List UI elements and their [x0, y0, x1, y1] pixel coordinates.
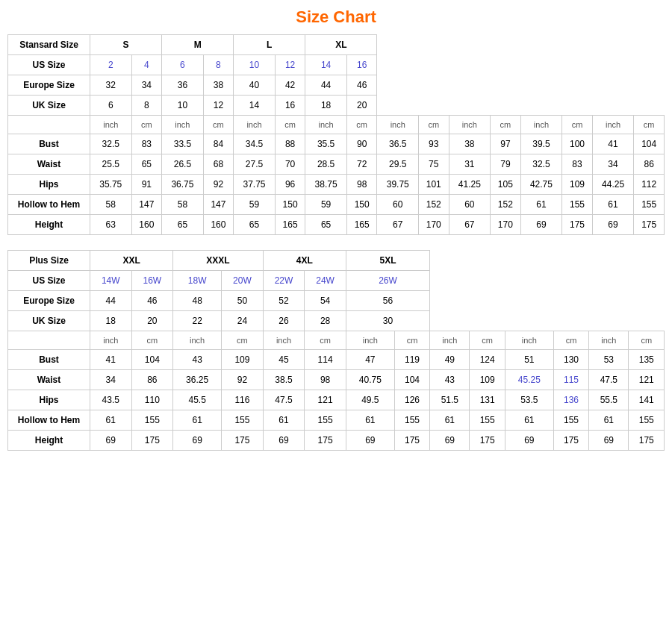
plus-us-14w: 14W [90, 271, 132, 291]
uk-10: 10 [162, 96, 204, 116]
unit-cm-2: cm [203, 116, 234, 134]
plus-waist-row: Waist 34 86 36.25 92 38.5 98 40.75 104 4… [8, 370, 665, 390]
plus-units-row: inch cm inch cm inch cm inch cm inch cm … [8, 331, 665, 350]
page-title: Size Chart [7, 7, 665, 27]
plus-hollow-to-hem-row: Hollow to Hem 61 155 61 155 61 155 61 15… [8, 410, 665, 431]
hips-label: Hips [8, 175, 90, 195]
us-14: 14 [305, 55, 347, 75]
m-header: M [162, 35, 234, 55]
unit-cm-1: cm [131, 116, 162, 134]
eu-36: 36 [162, 75, 204, 96]
unit-inch-6: inch [449, 116, 491, 134]
l-header: L [234, 35, 305, 55]
hollow-to-hem-label: Hollow to Hem [8, 195, 90, 215]
eu-32: 32 [90, 75, 132, 96]
hollow-to-hem-row: Hollow to Hem 58 147 58 147 59 150 59 15… [8, 195, 665, 215]
waist-label: Waist [8, 154, 90, 175]
us-6: 6 [162, 55, 204, 75]
s-header: S [90, 35, 162, 55]
us-size-label: US Size [8, 55, 90, 75]
standard-table: Stansard Size S M L XL US Size 2 4 6 8 1… [7, 34, 665, 235]
us-12: 12 [275, 55, 305, 75]
plus-size-chart: Plus Size XXL XXXL 4XL 5XL US Size 14W 1… [7, 250, 665, 451]
plus-us-24w: 24W [305, 271, 346, 291]
unit-inch-7: inch [520, 116, 562, 134]
plus-hips-row: Hips 43.5 110 45.5 116 47.5 121 49.5 126… [8, 390, 665, 410]
uk-16: 16 [275, 96, 305, 116]
plus-waist-label: Waist [8, 370, 90, 390]
uk-size-label: UK Size [8, 96, 90, 116]
5xl-header: 5XL [346, 251, 429, 271]
unit-cm-4: cm [346, 116, 377, 134]
us-4: 4 [131, 55, 162, 75]
eu-34: 34 [131, 75, 162, 96]
unit-inch-2: inch [162, 116, 204, 134]
units-empty [8, 116, 90, 134]
bust-row: Bust 32.5 83 33.5 84 34.5 88 35.5 90 36.… [8, 134, 665, 154]
unit-cm-3: cm [275, 116, 305, 134]
unit-inch-4: inch [305, 116, 347, 134]
europe-size-label: Europe Size [8, 75, 90, 96]
uk-12: 12 [203, 96, 234, 116]
plus-bust-label: Bust [8, 350, 90, 370]
units-row: inch cm inch cm inch cm inch cm inch cm … [8, 116, 665, 134]
uk-18: 18 [305, 96, 347, 116]
europe-size-row: Europe Size 32 34 36 38 40 42 44 46 [8, 75, 665, 96]
uk-6: 6 [90, 96, 132, 116]
height-label: Height [8, 215, 90, 235]
us-10: 10 [234, 55, 276, 75]
uk-14: 14 [234, 96, 276, 116]
unit-inch-3: inch [234, 116, 276, 134]
unit-cm-7: cm [562, 116, 593, 134]
plus-bust-row: Bust 41 104 43 109 45 114 47 119 49 124 … [8, 350, 665, 370]
unit-cm-8: cm [634, 116, 665, 134]
waist-row: Waist 25.5 65 26.5 68 27.5 70 28.5 72 29… [8, 154, 665, 175]
unit-cm-6: cm [491, 116, 521, 134]
plus-size-label: Plus Size [8, 251, 90, 271]
plus-hollow-to-hem-label: Hollow to Hem [8, 410, 90, 431]
plus-units-empty [8, 331, 90, 350]
eu-40: 40 [234, 75, 276, 96]
eu-44: 44 [305, 75, 347, 96]
plus-table: Plus Size XXL XXXL 4XL 5XL US Size 14W 1… [7, 250, 665, 451]
plus-us-size-label: US Size [8, 271, 90, 291]
4xl-header: 4XL [263, 251, 346, 271]
plus-europe-label: Europe Size [8, 291, 90, 311]
plus-hips-label: Hips [8, 390, 90, 410]
plus-us-18w: 18W [173, 271, 222, 291]
uk-8: 8 [131, 96, 162, 116]
plus-us-size-row: US Size 14W 16W 18W 20W 22W 24W 26W [8, 271, 665, 291]
hips-row: Hips 35.75 91 36.75 92 37.75 96 38.75 98… [8, 175, 665, 195]
uk-20: 20 [346, 96, 377, 116]
plus-us-20w: 20W [222, 271, 264, 291]
unit-inch-5: inch [377, 116, 419, 134]
us-16: 16 [346, 55, 377, 75]
xxxl-header: XXXL [173, 251, 264, 271]
standard-size-chart: Stansard Size S M L XL US Size 2 4 6 8 1… [7, 34, 665, 235]
standard-size-label: Stansard Size [8, 35, 90, 55]
us-8: 8 [203, 55, 234, 75]
plus-height-row: Height 69 175 69 175 69 175 69 175 69 17… [8, 431, 665, 451]
plus-header-row: Plus Size XXL XXXL 4XL 5XL [8, 251, 665, 271]
unit-inch-1: inch [90, 116, 132, 134]
us-2: 2 [90, 55, 132, 75]
xl-header: XL [305, 35, 377, 55]
eu-38: 38 [203, 75, 234, 96]
bust-label: Bust [8, 134, 90, 154]
eu-42: 42 [275, 75, 305, 96]
plus-us-16w: 16W [131, 271, 173, 291]
plus-uk-label: UK Size [8, 311, 90, 331]
plus-europe-size-row: Europe Size 44 46 48 50 52 54 56 [8, 291, 665, 311]
plus-us-22w: 22W [263, 271, 305, 291]
plus-height-label: Height [8, 431, 90, 451]
height-row: Height 63 160 65 160 65 165 65 165 67 17… [8, 215, 665, 235]
us-size-row: US Size 2 4 6 8 10 12 14 16 [8, 55, 665, 75]
plus-uk-size-row: UK Size 18 20 22 24 26 28 30 [8, 311, 665, 331]
eu-46: 46 [346, 75, 377, 96]
standard-header-row: Stansard Size S M L XL [8, 35, 665, 55]
plus-us-26w: 26W [346, 271, 429, 291]
xxl-header: XXL [90, 251, 173, 271]
unit-cm-5: cm [419, 116, 449, 134]
unit-inch-8: inch [592, 116, 634, 134]
uk-size-row: UK Size 6 8 10 12 14 16 18 20 [8, 96, 665, 116]
